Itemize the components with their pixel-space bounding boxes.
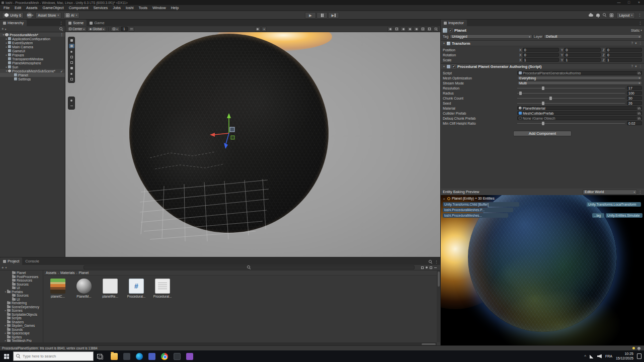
folder-row[interactable]: Rendering	[0, 301, 43, 305]
visual-studio-icon[interactable]	[186, 353, 193, 360]
component-chip[interactable]: ...lag	[592, 213, 604, 218]
hierarchy-item[interactable]: ▸ Sun	[0, 65, 65, 69]
slider-thumb[interactable]	[542, 102, 544, 105]
project-menu-icon[interactable]: ⋮	[435, 260, 438, 264]
folder-row[interactable]: Sources	[0, 283, 43, 287]
lighting-toggle[interactable]	[400, 27, 406, 32]
minimize-button[interactable]: —	[614, 0, 624, 5]
handle-options-dropdown[interactable]: ▾	[262, 27, 267, 32]
grid-snap-dropdown[interactable]: ▾	[111, 27, 120, 32]
menu-item[interactable]: Jobs	[110, 5, 123, 11]
foldout-icon[interactable]: ▼	[443, 42, 445, 45]
slider-value-field[interactable]: 26	[627, 101, 642, 105]
enum-dropdown[interactable]: Multi ▾	[517, 81, 642, 85]
search-icon[interactable]	[603, 13, 607, 17]
hierarchy-item[interactable]: ▸ Popups	[0, 53, 65, 57]
tab-scene[interactable]: Scene	[65, 20, 87, 26]
network-icon[interactable]	[590, 354, 594, 358]
slider-thumb[interactable]	[549, 97, 552, 100]
asset-item[interactable]: Procedural...	[125, 279, 147, 298]
slider-value-field[interactable]: 100	[627, 91, 642, 95]
slider-track[interactable]	[517, 98, 625, 99]
search-input[interactable]	[23, 354, 83, 358]
create-object-button[interactable]: +	[2, 27, 4, 31]
file-explorer-icon[interactable]	[111, 353, 118, 360]
volume-icon[interactable]	[597, 354, 602, 358]
toolbar-menu-icon[interactable]: ⋮	[638, 13, 641, 17]
object-field[interactable]: ProceduralPlanetGeneratorAuthoring	[517, 71, 642, 75]
tab-project[interactable]: Project	[0, 257, 22, 265]
axis-x-field[interactable]: 0	[523, 48, 559, 52]
scene-viewport[interactable]	[65, 32, 440, 257]
menu-item[interactable]: Edit	[12, 5, 24, 11]
favorites-icon[interactable]	[421, 266, 424, 269]
chevron-down-icon[interactable]: ▾	[5, 28, 7, 31]
hierarchy-item[interactable]: ▸ Main Camera	[0, 45, 65, 49]
inspector-menu-icon[interactable]: ⋮	[638, 21, 642, 25]
hierarchy-item[interactable]: ▸ EventSystem	[0, 41, 65, 45]
asset-item[interactable]: planetRe...	[99, 279, 121, 298]
folder-row[interactable]: UI	[0, 286, 43, 290]
object-field[interactable]: None (Game Object)	[517, 116, 642, 120]
folder-row[interactable]: PostProcesses	[0, 275, 43, 279]
hierarchy-item[interactable]: TransparentWindow	[0, 57, 65, 61]
axis-y-field[interactable]: 1	[564, 58, 600, 62]
menu-item[interactable]: File	[1, 5, 12, 11]
folder-row[interactable]: Sounds	[0, 328, 43, 332]
create-asset-button[interactable]: +	[2, 265, 4, 270]
transform-component-header[interactable]: ▼ Transform ? ▾ ⋮	[441, 40, 644, 46]
component-chip[interactable]: loshi.ProceduralMeshes...	[443, 213, 508, 218]
camera-tool[interactable]	[69, 98, 74, 103]
foldout-icon[interactable]: ▼	[2, 33, 5, 36]
subscene-checkbox[interactable]: ✓	[60, 69, 63, 73]
tab-game[interactable]: Game	[87, 20, 107, 26]
notification-bell-icon[interactable]	[637, 347, 640, 349]
folder-row[interactable]: ▸ TextMesh Pro	[0, 339, 43, 342]
help-icon[interactable]: ?	[631, 41, 633, 45]
snap-toggle[interactable]	[129, 27, 134, 32]
taskbar-clock[interactable]: 10:25 15/12/2025	[616, 352, 633, 361]
component-chip[interactable]: Unity.Transforms.Child [Buffer]	[443, 202, 519, 207]
scrollbar-thumb[interactable]	[438, 272, 440, 287]
unity-hub-icon[interactable]	[123, 353, 130, 360]
hierarchy-item[interactable]: Settings	[0, 77, 65, 81]
task-view-button[interactable]	[94, 354, 106, 358]
account-avatar[interactable]: MS	[27, 13, 32, 18]
2d-toggle[interactable]	[394, 27, 399, 32]
tab-inspector[interactable]: Inspector	[441, 20, 467, 26]
folder-row[interactable]: Scripts	[0, 316, 43, 320]
entity-panel-menu-icon[interactable]: ⋮	[638, 190, 642, 194]
language-indicator[interactable]: FRA	[605, 354, 612, 358]
component-enabled-checkbox[interactable]: ✓	[452, 64, 456, 68]
menu-item[interactable]: Tools	[136, 5, 150, 11]
layout-dropdown[interactable]: Layout ▾	[616, 12, 635, 19]
account-caret-icon[interactable]: ▾	[32, 14, 34, 17]
folder-row[interactable]: ▸ Skyden_Games	[0, 324, 43, 328]
folder-row[interactable]: ScriptableObjects	[0, 313, 43, 317]
menu-item[interactable]: Assets	[24, 5, 40, 11]
taskbar-search-box[interactable]	[13, 351, 94, 361]
app-icon[interactable]	[174, 353, 181, 360]
folder-row[interactable]: ▸ Scenes	[0, 309, 43, 313]
transform-tool[interactable]	[69, 66, 74, 70]
project-lock-icon[interactable]	[429, 260, 433, 264]
folder-row[interactable]: Planet	[0, 271, 43, 275]
step-button[interactable]: ▶	[328, 12, 339, 19]
rect-tool[interactable]	[69, 60, 74, 65]
foldout-icon[interactable]: ▸	[443, 197, 446, 200]
view-tool[interactable]	[69, 38, 74, 43]
rotate-tool[interactable]	[69, 49, 74, 54]
slider-value-field[interactable]: 30	[627, 96, 642, 100]
add-component-button[interactable]: Add Component	[513, 131, 572, 136]
scene-search-button[interactable]	[433, 27, 439, 32]
slider-value-field[interactable]: 17	[627, 86, 642, 90]
info-icon[interactable]	[430, 266, 432, 269]
object-picker-icon[interactable]	[637, 112, 640, 115]
hidden-icons-button[interactable]: ^	[584, 354, 586, 358]
axis-z-field[interactable]: 0	[606, 48, 642, 52]
axis-x-field[interactable]: 0	[523, 53, 559, 57]
folder-row[interactable]: Sprites	[0, 335, 43, 339]
slider-thumb[interactable]	[519, 92, 522, 95]
menu-item[interactable]: Services	[91, 5, 110, 11]
folder-row[interactable]: ▾ Prefabs	[0, 290, 43, 294]
